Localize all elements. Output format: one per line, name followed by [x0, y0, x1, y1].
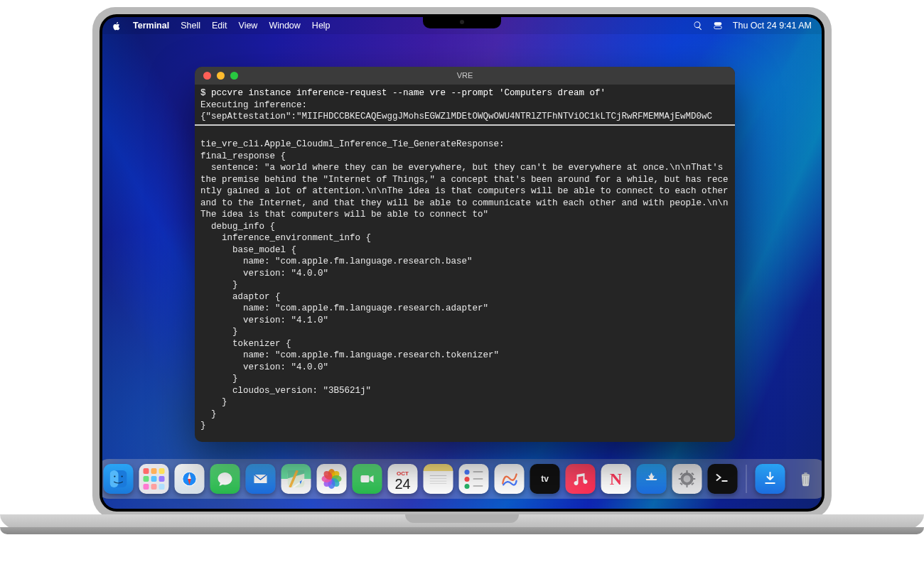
- dock-app-messages[interactable]: [210, 464, 240, 494]
- laptop-frame: Terminal Shell Edit View Window Help Thu…: [92, 7, 832, 519]
- terminal-divider: [195, 124, 735, 126]
- dock: OCT 24 tv: [102, 459, 822, 499]
- dock-app-news[interactable]: N: [601, 464, 631, 494]
- svg-rect-12: [361, 475, 370, 482]
- svg-rect-3: [110, 470, 119, 487]
- dock-app-maps[interactable]: [281, 464, 311, 494]
- screen-bezel: Terminal Shell Edit View Window Help Thu…: [100, 14, 824, 512]
- svg-rect-27: [722, 480, 728, 482]
- dock-app-launchpad[interactable]: [139, 464, 169, 494]
- spotlight-icon[interactable]: [693, 21, 703, 31]
- dock-app-safari[interactable]: [175, 464, 205, 494]
- window-titlebar[interactable]: VRE: [195, 67, 735, 85]
- svg-rect-30: [804, 472, 807, 474]
- dock-app-freeform[interactable]: [495, 464, 525, 494]
- menu-edit[interactable]: Edit: [212, 21, 227, 31]
- dock-app-reminders[interactable]: [459, 464, 489, 494]
- dock-downloads[interactable]: [756, 464, 785, 494]
- svg-point-18: [684, 475, 691, 482]
- svg-rect-14: [430, 478, 447, 479]
- menu-shell[interactable]: Shell: [181, 21, 200, 31]
- dock-app-mail[interactable]: [246, 464, 276, 494]
- calendar-day-label: 24: [394, 477, 410, 491]
- menu-view[interactable]: View: [239, 21, 258, 31]
- svg-rect-15: [430, 481, 447, 482]
- news-glyph: N: [610, 470, 622, 489]
- window-title: VRE: [195, 70, 735, 81]
- menubar-clock[interactable]: Thu Oct 24 9:41 AM: [733, 21, 812, 31]
- tv-label: tv: [541, 474, 549, 484]
- terminal-window[interactable]: VRE $ pccvre instance inference-request …: [195, 67, 735, 442]
- terminal-output: tie_vre_cli.Apple_Cloudml_Inference_Tie_…: [200, 139, 734, 431]
- dock-app-settings[interactable]: [672, 464, 702, 494]
- svg-rect-28: [765, 482, 775, 484]
- terminal-content[interactable]: $ pccvre instance inference-request --na…: [195, 85, 735, 442]
- dock-app-tv[interactable]: tv: [530, 464, 560, 494]
- svg-rect-21: [679, 478, 682, 480]
- svg-rect-19: [687, 470, 688, 473]
- svg-point-29: [802, 474, 810, 476]
- dock-trash[interactable]: [791, 464, 821, 494]
- control-center-icon[interactable]: [713, 21, 723, 31]
- terminal-attestation-line: {"sepAttestation":"MIIFHDCCBKECAQEwggJMo…: [200, 112, 712, 121]
- menu-window[interactable]: Window: [269, 21, 300, 31]
- laptop-base-edge: [0, 527, 924, 534]
- dock-app-finder[interactable]: [104, 464, 134, 494]
- terminal-exec-line: Executing inference:: [200, 100, 307, 110]
- svg-point-5: [122, 475, 123, 477]
- svg-rect-0: [714, 22, 722, 25]
- laptop-base-notch: [405, 514, 519, 523]
- dock-app-notes[interactable]: [424, 464, 453, 494]
- svg-rect-13: [430, 475, 447, 476]
- svg-rect-22: [693, 478, 696, 480]
- dock-app-music[interactable]: [566, 464, 596, 494]
- menu-help[interactable]: Help: [312, 21, 331, 31]
- dock-app-calendar[interactable]: OCT 24: [388, 464, 418, 494]
- terminal-prompt-line: $ pccvre instance inference-request --na…: [200, 88, 606, 98]
- svg-rect-1: [714, 26, 722, 29]
- apple-menu-icon[interactable]: [112, 21, 122, 31]
- svg-point-4: [114, 475, 115, 477]
- menubar-app-name[interactable]: Terminal: [133, 21, 169, 31]
- dock-app-appstore[interactable]: [637, 464, 667, 494]
- dock-app-photos[interactable]: [317, 464, 347, 494]
- dock-app-terminal[interactable]: [708, 464, 738, 494]
- dock-app-facetime[interactable]: [353, 464, 382, 494]
- laptop-notch: [423, 14, 501, 28]
- dock-separator: [746, 465, 747, 493]
- desktop[interactable]: Terminal Shell Edit View Window Help Thu…: [102, 17, 822, 509]
- svg-rect-20: [687, 485, 688, 487]
- svg-rect-16: [430, 483, 447, 484]
